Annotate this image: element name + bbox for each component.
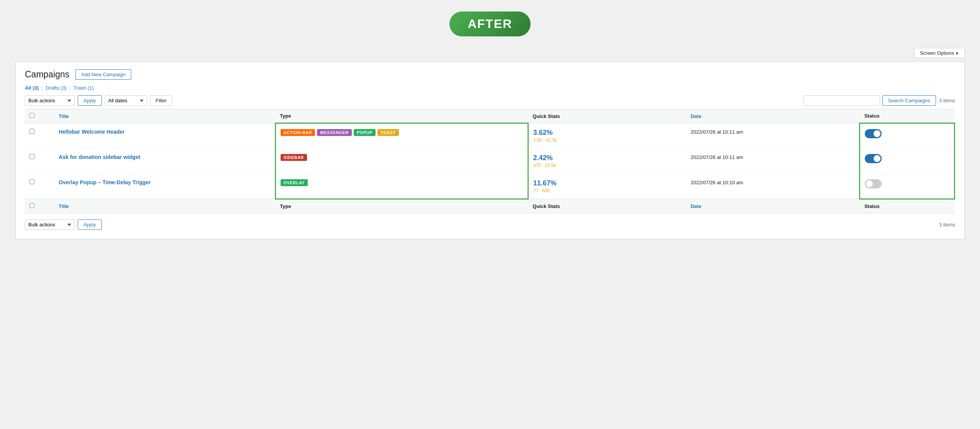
table-row: Overlay Popup – Time-Delay TriggerOVERLA… (25, 174, 955, 199)
row-checkbox[interactable] (29, 129, 34, 134)
stats-percent: 2.42% (533, 154, 681, 162)
type-badge: TOAST (377, 129, 399, 136)
after-banner: AFTER (0, 0, 980, 44)
tf-type: Type (275, 199, 528, 213)
date-text: 2022/07/26 at 10:11 am (691, 129, 743, 135)
status-toggle[interactable] (865, 154, 882, 163)
stats-percent: 11.67% (533, 179, 681, 187)
td-date: 2022/07/26 at 10:11 am (686, 149, 860, 174)
campaigns-table: Title Type Quick Stats Date Status (25, 109, 955, 213)
toolbar-left: Bulk actions Apply All dates Filter (25, 95, 172, 106)
filter-link-all[interactable]: All (3) (25, 85, 39, 91)
th-quick-stats: Quick Stats (528, 109, 686, 123)
status-toggle[interactable] (865, 179, 882, 188)
stats-percent: 3.62% (533, 129, 681, 137)
row-checkbox[interactable] (29, 154, 34, 159)
td-date: 2022/07/26 at 10:11 am (686, 123, 860, 149)
page-header: Campaigns Add New Campaign (25, 69, 955, 80)
top-toolbar: Bulk actions Apply All dates Filter Sear… (25, 95, 955, 106)
stats-detail: 77 · 600 (533, 188, 681, 193)
type-badge: OVERLAY (281, 179, 308, 186)
search-input[interactable] (804, 95, 880, 106)
bottom-toolbar-left: Bulk actions Apply (25, 219, 102, 230)
type-badge: ACTION-BAR (281, 129, 315, 136)
th-status: Status (860, 109, 955, 123)
td-date: 2022/07/26 at 10:10 am (686, 174, 860, 199)
add-new-campaign-button[interactable]: Add New Campaign (75, 69, 131, 80)
th-title[interactable]: Title (54, 109, 275, 123)
select-all-checkbox[interactable] (29, 113, 34, 118)
tf-quick-stats: Quick Stats (528, 199, 686, 213)
page-content: Campaigns Add New Campaign All (3) | Dra… (15, 61, 965, 239)
td-type: OVERLAY (275, 174, 528, 199)
after-label: AFTER (449, 11, 531, 36)
td-quick-stats: 3.62% 1.5k · 41.5k (528, 123, 686, 149)
filter-link-drafts[interactable]: Drafts (3) (46, 85, 67, 91)
items-count-bottom: 3 items (939, 222, 955, 228)
td-status (860, 149, 955, 174)
toolbar-right: Search Campaigns 3 items (804, 95, 955, 106)
search-campaigns-button[interactable]: Search Campaigns (882, 95, 936, 106)
type-badge: SIDEBAR (281, 154, 307, 161)
filter-link-trash[interactable]: Trash (1) (74, 85, 93, 91)
bulk-actions-select-bottom[interactable]: Bulk actions (25, 219, 75, 230)
stats-detail: 375 · 15.5k (533, 163, 681, 168)
bottom-toolbar: Bulk actions Apply 3 items (25, 219, 955, 230)
type-badge: MESSENGER (317, 129, 352, 136)
apply-button[interactable]: Apply (78, 95, 102, 106)
table-row: Ask for donation sidebar widgetSIDEBAR 2… (25, 149, 955, 174)
campaign-title-link[interactable]: Ask for donation sidebar widget (59, 154, 140, 160)
stats-detail: 1.5k · 41.5k (533, 138, 681, 143)
td-type: ACTION-BARMESSENGERPOPUPTOAST (275, 123, 528, 149)
th-checkbox (25, 109, 54, 123)
tf-status: Status (860, 199, 955, 213)
td-quick-stats: 11.67% 77 · 600 (528, 174, 686, 199)
td-status (860, 123, 955, 149)
screen-options-button[interactable]: Screen Options (914, 48, 965, 58)
search-area: Search Campaigns (804, 95, 936, 106)
items-count-top: 3 items (939, 98, 955, 103)
tf-checkbox (25, 199, 54, 213)
status-toggle[interactable] (865, 129, 882, 138)
campaign-title-link[interactable]: Hellobar Welcome Header (59, 129, 124, 135)
campaign-title-link[interactable]: Overlay Popup – Time-Delay Trigger (59, 179, 150, 185)
table-footer-row: Title Type Quick Stats Date Status (25, 199, 955, 213)
table-header-row: Title Type Quick Stats Date Status (25, 109, 955, 123)
th-date[interactable]: Date (686, 109, 860, 123)
td-title: Ask for donation sidebar widget (54, 149, 275, 174)
page-title: Campaigns (25, 69, 69, 80)
td-type: SIDEBAR (275, 149, 528, 174)
td-status (860, 174, 955, 199)
select-all-checkbox-bottom[interactable] (29, 203, 34, 208)
row-checkbox[interactable] (29, 179, 34, 184)
type-badge: POPUP (354, 129, 376, 136)
tf-title[interactable]: Title (54, 199, 275, 213)
th-type: Type (275, 109, 528, 123)
td-title: Overlay Popup – Time-Delay Trigger (54, 174, 275, 199)
all-dates-select[interactable]: All dates (105, 95, 147, 106)
top-bar: Screen Options (15, 44, 965, 61)
tf-date[interactable]: Date (686, 199, 860, 213)
table-row: Hellobar Welcome HeaderACTION-BARMESSENG… (25, 123, 955, 149)
filter-button[interactable]: Filter (150, 95, 173, 106)
date-text: 2022/07/26 at 10:11 am (691, 154, 743, 160)
bulk-actions-select[interactable]: Bulk actions (25, 95, 75, 106)
apply-button-bottom[interactable]: Apply (78, 219, 102, 230)
filter-links: All (3) | Drafts (3) | Trash (1) (25, 85, 955, 91)
td-quick-stats: 2.42% 375 · 15.5k (528, 149, 686, 174)
date-text: 2022/07/26 at 10:10 am (691, 180, 743, 185)
td-title: Hellobar Welcome Header (54, 123, 275, 149)
